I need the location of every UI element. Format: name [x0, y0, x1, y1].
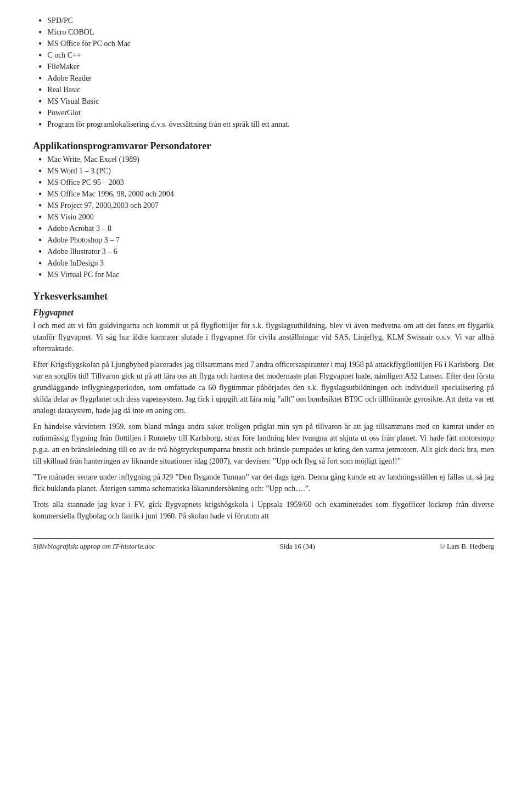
footer-center: Sida 16 (34): [280, 542, 315, 551]
bullet-icon: •: [38, 235, 42, 246]
list-item: •Adobe Acrobat 3 – 8: [33, 224, 494, 235]
list-item: •Program för programlokalisering d.v.s. …: [33, 120, 494, 131]
bullet-icon: •: [38, 154, 42, 166]
footer-left: Självbiografiskt upprop om IT-historia.d…: [33, 542, 155, 551]
top-bullet-list: •SPD/PC•Micro COBOL•MS Office för PC och…: [33, 16, 494, 131]
footer-right: © Lars B. Hedberg: [440, 542, 494, 551]
list-item: •Adobe InDesign 3: [33, 259, 494, 269]
bullet-icon: •: [38, 61, 42, 73]
list-item: •PowerGlot: [33, 109, 494, 119]
list-item: •MS Virtual PC for Mac: [33, 270, 494, 281]
list-item: •MS Project 97, 2000,2003 och 2007: [33, 201, 494, 212]
bullet-icon: •: [38, 38, 42, 50]
list-item: •MS Office PC 95 – 2003: [33, 178, 494, 189]
bullet-icon: •: [38, 212, 42, 223]
bullet-icon: •: [38, 108, 42, 119]
list-item: •FileMaker: [33, 63, 494, 73]
list-item: •Real Basic: [33, 86, 494, 96]
bullet-icon: •: [38, 200, 42, 212]
list-item: •SPD/PC: [33, 16, 494, 27]
body-paragraphs: I och med att vi fått guldvingarna och k…: [33, 320, 494, 522]
body-paragraph: Trots alla stannade jag kvar i FV, gick …: [33, 499, 494, 522]
list-item: •Mac Write, Mac Excel (1989): [33, 155, 494, 166]
bullet-icon: •: [38, 96, 42, 108]
body-paragraph: I och med att vi fått guldvingarna och k…: [33, 320, 494, 354]
list-item: •Micro COBOL: [33, 28, 494, 38]
bullet-icon: •: [38, 189, 42, 200]
applikationer-bullet-list: •Mac Write, Mac Excel (1989)•MS Word 1 –…: [33, 155, 494, 281]
bullet-icon: •: [38, 73, 42, 84]
list-item: •MS Office för PC och Mac: [33, 40, 494, 50]
list-item: •MS Word 1 – 3 (PC): [33, 167, 494, 177]
bullet-icon: •: [38, 223, 42, 235]
list-item: •Adobe Photoshop 3 – 7: [33, 236, 494, 246]
bullet-icon: •: [38, 166, 42, 177]
bullet-icon: •: [38, 177, 42, 189]
footer: Självbiografiskt upprop om IT-historia.d…: [33, 538, 494, 551]
flygvapnet-subheading: Flygvapnet: [33, 308, 494, 318]
yrkesverksamhet-heading: Yrkesverksamhet: [33, 291, 494, 302]
body-paragraph: En händelse vårvintern 1959, som bland m…: [33, 421, 494, 467]
list-item: •Adobe Reader: [33, 74, 494, 84]
bullet-icon: •: [38, 258, 42, 269]
body-paragraph: ”Tre månader senare under inflygning på …: [33, 471, 494, 494]
list-item: •Adobe Illustrator 3 – 6: [33, 247, 494, 258]
bullet-icon: •: [38, 84, 42, 96]
bullet-icon: •: [38, 50, 42, 61]
bullet-icon: •: [38, 246, 42, 258]
list-item: •C och C++: [33, 51, 494, 61]
list-item: •MS Office Mac 1996, 98, 2000 och 2004: [33, 190, 494, 200]
list-item: •MS Visio 2000: [33, 213, 494, 223]
bullet-icon: •: [38, 269, 42, 281]
bullet-icon: •: [38, 27, 42, 38]
bullet-icon: •: [38, 119, 42, 131]
list-item: •MS Visual Basic: [33, 97, 494, 108]
applikationer-heading: Applikationsprogramvaror Persondatorer: [33, 140, 494, 152]
bullet-icon: •: [38, 15, 42, 27]
body-paragraph: Efter Krigsflygskolan på Ljungbyhed plac…: [33, 359, 494, 416]
